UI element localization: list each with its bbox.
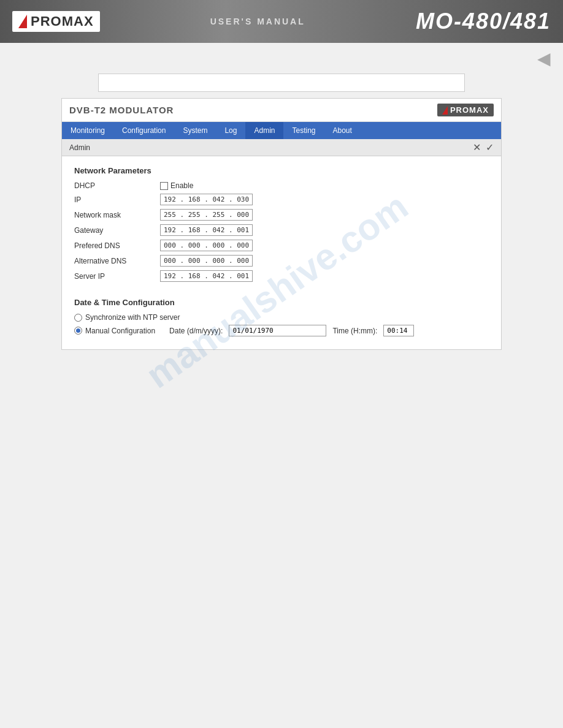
nav-log[interactable]: Log [216,122,245,139]
alternative-dns-label: Alternative DNS [74,257,160,265]
device-logo-triangle [442,106,448,115]
network-mask-value: 255 . 255 . 255 . 000 [164,211,249,219]
manual-radio[interactable] [74,327,82,335]
ip-row: IP 192 . 168 . 042 . 030 [74,194,489,205]
sub-header-actions: ✕ ✓ [473,142,494,153]
spacer [74,286,489,298]
ip-value: 192 . 168 . 042 . 030 [164,195,249,203]
cancel-icon[interactable]: ✕ [473,142,481,153]
server-ip-field[interactable]: 192 . 168 . 042 . 001 [160,270,253,282]
dhcp-checkbox-label[interactable]: Enable [160,181,193,190]
confirm-icon[interactable]: ✓ [486,142,494,153]
preferred-dns-field[interactable]: 000 . 000 . 000 . 000 [160,240,253,251]
nav-configuration[interactable]: Configuration [113,122,174,139]
dhcp-row: DHCP Enable [74,181,489,190]
gateway-label: Gateway [74,226,160,235]
ip-field[interactable]: 192 . 168 . 042 . 030 [160,194,253,205]
preferred-dns-value: 000 . 000 . 000 . 000 [164,241,249,249]
alternative-dns-field[interactable]: 000 . 000 . 000 . 000 [160,255,253,267]
device-logo: PROMAX [437,104,494,116]
gateway-row: Gateway 192 . 168 . 042 . 001 [74,224,489,236]
back-arrow-icon[interactable]: ◀ [537,48,551,69]
page-header: PROMAX USER'S MANUAL MO-480/481 [0,0,563,43]
alternative-dns-row: Alternative DNS 000 . 000 . 000 . 000 [74,255,489,267]
content-area: Network Parameters DHCP Enable IP 192 . … [62,156,501,349]
ntp-label: Synchronize with NTP server [85,313,180,322]
header-model: MO-480/481 [416,9,551,34]
dhcp-enable-label: Enable [170,181,193,190]
gateway-field[interactable]: 192 . 168 . 042 . 001 [160,224,253,236]
logo-text: PROMAX [31,13,94,29]
back-area: ◀ [0,43,563,74]
network-mask-field[interactable]: 255 . 255 . 255 . 000 [160,209,253,221]
ntp-radio[interactable] [74,314,82,322]
nav-bar: Monitoring Configuration System Log Admi… [62,122,501,139]
nav-monitoring[interactable]: Monitoring [62,122,113,139]
alternative-dns-value: 000 . 000 . 000 . 000 [164,257,249,265]
sub-header: Admin ✕ ✓ [62,139,501,156]
nav-testing[interactable]: Testing [283,122,324,139]
manual-radio-inner [76,328,80,333]
date-time-inputs: Date (d/m/yyyy): Time (H:mm): [169,325,414,336]
device-wrapper: manualshive.com DVB-T2 MODULATOR PROMAX … [0,98,563,350]
ip-label: IP [74,195,160,204]
date-input[interactable] [229,325,326,336]
device-logo-text: PROMAX [450,105,489,115]
nav-system[interactable]: System [174,122,216,139]
time-label: Time (H:mm): [332,327,377,335]
dhcp-checkbox[interactable] [160,182,168,190]
manual-radio-row: Manual Configuration Date (d/m/yyyy): Ti… [74,325,489,336]
nav-admin[interactable]: Admin [245,122,283,139]
breadcrumb-title: Admin [69,143,90,152]
device-title: DVB-T2 MODULATOR [69,105,174,115]
server-ip-row: Server IP 192 . 168 . 042 . 001 [74,270,489,282]
network-mask-label: Network mask [74,211,160,219]
logo-triangle [18,15,27,28]
server-ip-label: Server IP [74,272,160,281]
manual-label: Manual Configuration [85,327,155,335]
address-input[interactable] [98,74,465,92]
preferred-dns-row: Prefered DNS 000 . 000 . 000 . 000 [74,240,489,251]
header-center-text: USER'S MANUAL [100,17,416,26]
promax-logo: PROMAX [12,11,100,32]
device-header: DVB-T2 MODULATOR PROMAX [62,99,501,122]
device-panel: DVB-T2 MODULATOR PROMAX Monitoring Confi… [61,98,502,350]
time-input[interactable] [383,325,414,336]
dhcp-label: DHCP [74,181,160,190]
preferred-dns-label: Prefered DNS [74,241,160,250]
address-bar-container [0,74,563,98]
nav-about[interactable]: About [324,122,361,139]
datetime-section-title: Date & Time Configuration [74,298,489,307]
network-section-title: Network Parameters [74,166,489,175]
ntp-radio-row: Synchronize with NTP server [74,313,489,322]
gateway-value: 192 . 168 . 042 . 001 [164,226,249,234]
server-ip-value: 192 . 168 . 042 . 001 [164,272,249,280]
date-label: Date (d/m/yyyy): [169,327,223,335]
network-mask-row: Network mask 255 . 255 . 255 . 000 [74,209,489,221]
